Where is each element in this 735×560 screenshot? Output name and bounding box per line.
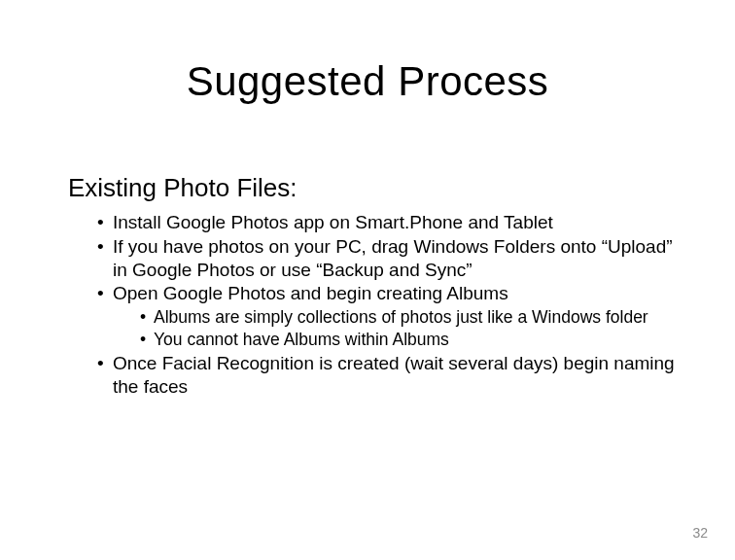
sub-bullet-item: Albums are simply collections of photos …	[140, 307, 677, 329]
bullet-text: Open Google Photos and begin creating Al…	[113, 283, 508, 303]
bullet-item: Install Google Photos app on Smart.Phone…	[97, 211, 677, 234]
slide-title: Suggested Process	[0, 58, 735, 105]
bullet-list-level2: Albums are simply collections of photos …	[113, 307, 677, 351]
page-number: 32	[692, 525, 708, 541]
sub-bullet-item: You cannot have Albums within Albums	[140, 330, 677, 351]
bullet-item: Once Facial Recognition is created (wait…	[97, 352, 677, 399]
section-heading: Existing Photo Files:	[68, 173, 677, 203]
bullet-list-level1: Install Google Photos app on Smart.Phone…	[68, 211, 677, 398]
bullet-item: If you have photos on your PC, drag Wind…	[97, 235, 677, 282]
bullet-item: Open Google Photos and begin creating Al…	[97, 282, 677, 351]
slide-content: Existing Photo Files: Install Google Pho…	[0, 173, 735, 398]
